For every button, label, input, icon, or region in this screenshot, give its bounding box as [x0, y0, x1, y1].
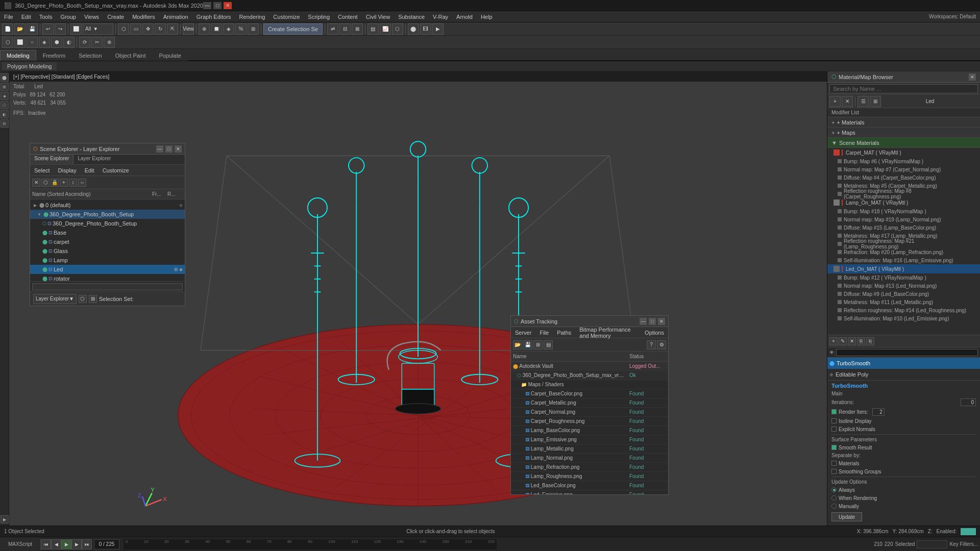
mod-delete[interactable]: ✕: [848, 337, 856, 345]
mat-add[interactable]: +: [829, 96, 841, 107]
mat-led-map2[interactable]: Diffuse: Map #9 (Led_BaseColor.png): [827, 290, 980, 298]
materials-section-header[interactable]: + + Materials: [827, 117, 980, 128]
maxscript-button[interactable]: MAXScript: [0, 537, 41, 551]
render-iters-input[interactable]: [872, 408, 885, 416]
menu-create[interactable]: Create: [103, 13, 128, 21]
smoothing-groups-check[interactable]: [831, 469, 837, 474]
tab-layer-explorer[interactable]: Layer Explorer: [74, 155, 115, 164]
menu-arnold[interactable]: Arnold: [452, 13, 477, 21]
reference-coord-button[interactable]: View: [183, 23, 194, 35]
render-button[interactable]: ▶: [432, 23, 444, 35]
menu-animation[interactable]: Animation: [159, 13, 192, 21]
menu-modifiers[interactable]: Modifiers: [128, 13, 159, 21]
mat-search-input[interactable]: [829, 84, 978, 93]
asset-row-2[interactable]: 🖼 Carpet_Normal.png Found: [511, 408, 668, 417]
tree-item-led[interactable]: ⬤ ⊡ Led ⊞ ◈: [30, 265, 185, 274]
asset-list[interactable]: ⬤ Autodesk Vault Logged Out... ⬡ 360_Deg…: [511, 362, 668, 494]
se-footer-btn1[interactable]: ⬡: [79, 295, 87, 303]
mat-lamp-map2[interactable]: Diffuse: Map #15 (Lamp_BaseColor.png): [827, 223, 980, 232]
asset-row-0[interactable]: 🖼 Carpet_BaseColor.png Found: [511, 389, 668, 398]
scene-materials-header[interactable]: ▼ Scene Materials: [827, 138, 980, 148]
sub-tab-polygon-modeling[interactable]: Polygon Modeling: [2, 62, 57, 70]
menu-substance[interactable]: Substance: [394, 13, 429, 21]
mat-close[interactable]: ✕: [969, 73, 976, 81]
select-object-button[interactable]: ⬡: [118, 23, 129, 35]
move-button[interactable]: ✥: [142, 23, 154, 35]
materials-check[interactable]: [831, 461, 837, 466]
asset-row-maps[interactable]: 📁 Maps / Shaders: [511, 380, 668, 389]
tab-object-paint[interactable]: Object Paint: [109, 50, 153, 61]
play-button[interactable]: ▶: [61, 539, 71, 549]
menu-tools[interactable]: Tools: [35, 13, 57, 21]
poly-model-btn9[interactable]: ⊕: [104, 37, 115, 48]
se-menu-select[interactable]: Select: [30, 166, 54, 174]
smooth-result-check[interactable]: [831, 445, 837, 450]
menu-scripting[interactable]: Scripting: [304, 13, 334, 21]
mat-carpet[interactable]: Carpet_MAT ( VRayMtl ): [827, 148, 980, 157]
poly-model-btn8[interactable]: ✂: [91, 37, 103, 48]
mat-led-map0[interactable]: Bump: Map #12 ( VRayNormalMap ): [827, 273, 980, 282]
menu-views[interactable]: Views: [80, 13, 103, 21]
mat-carpet-map1[interactable]: Normal map: Map #7 (Carpet_Normal.png): [827, 165, 980, 173]
key-filters[interactable]: Key Filters...: [949, 541, 978, 547]
mat-led[interactable]: Led_On_MAT ( VRayMtl ): [827, 264, 980, 273]
curve-editor-button[interactable]: 📈: [380, 23, 391, 35]
mat-browser-content[interactable]: + + Materials + + Maps ▼ Scene Materials…: [827, 117, 980, 335]
asset-row-1[interactable]: 🖼 Carpet_Metallic.png Found: [511, 398, 668, 408]
poly-model-btn2[interactable]: ⬜: [14, 37, 26, 48]
menu-group[interactable]: Group: [56, 13, 80, 21]
scale-button[interactable]: ⇱: [167, 23, 178, 35]
mat-lamp-map1[interactable]: Normal map: Map #19 (Lamp_Normal.png): [827, 215, 980, 223]
scene-explorer-minimize[interactable]: —: [156, 145, 163, 153]
mat-led-map3[interactable]: Metalness: Map #11 (Led_Metallic.png): [827, 298, 980, 306]
left-btn-3[interactable]: ◈: [1, 92, 9, 100]
se-search-input[interactable]: [32, 283, 183, 290]
asset-settings[interactable]: ⚙: [657, 340, 666, 349]
se-btn-4[interactable]: +: [60, 179, 68, 187]
maps-section-header[interactable]: + + Maps: [827, 128, 980, 138]
save-button[interactable]: 💾: [27, 23, 38, 35]
left-btn-5[interactable]: ◐: [1, 110, 9, 118]
left-btn-play[interactable]: ▶: [1, 515, 9, 523]
tree-item-360booth-child[interactable]: ⬡ ⊡ 360_Degree_Photo_Booth_Setup: [30, 219, 185, 228]
asset-btn2[interactable]: 💾: [523, 340, 532, 349]
select-filter-dropdown[interactable]: All ▼: [83, 23, 113, 35]
asset-row-11[interactable]: 🖼 Led_Emissive.png Found: [511, 490, 668, 494]
asset-btn1[interactable]: 📂: [513, 340, 522, 349]
asset-row-4[interactable]: 🖼 Lamp_BaseColor.png Found: [511, 426, 668, 435]
mat-carpet-map0[interactable]: Bump: Map #6 ( VRayNormalMap ): [827, 157, 980, 165]
menu-customize[interactable]: Customize: [269, 13, 304, 21]
mat-led-map1[interactable]: Normal map: Map #13 (Led_Normal.png): [827, 282, 980, 290]
layer-manager-button[interactable]: ▤: [368, 23, 379, 35]
create-selection-button[interactable]: Create Selection Se: [263, 23, 323, 35]
modifier-turbosmooth[interactable]: ⬤ TurboSmooth: [827, 358, 980, 369]
tree-item-rotator[interactable]: ⬤ ⊡ rotator: [30, 274, 185, 281]
angle-snap-button[interactable]: ◈: [223, 23, 234, 35]
tree-item-360booth-parent[interactable]: ⬤ 360_Degree_Photo_Booth_Setup: [30, 210, 185, 219]
asset-row-9[interactable]: 🖼 Lamp_Roughness.png Found: [511, 472, 668, 481]
maximize-button[interactable]: □: [213, 2, 222, 9]
tab-populate[interactable]: Populate: [152, 50, 187, 61]
mat-view-thumb[interactable]: ⊞: [870, 96, 881, 107]
scene-explorer-maximize[interactable]: □: [165, 145, 173, 153]
mod-edit[interactable]: ✎: [839, 337, 847, 345]
close-button[interactable]: ✕: [224, 2, 232, 9]
se-btn-2[interactable]: ⬡: [41, 179, 50, 187]
mat-lamp-map6[interactable]: Self-illumination: Map #16 (Lamp_Emissiv…: [827, 256, 980, 264]
tab-freeform[interactable]: Freeform: [36, 50, 72, 61]
render-setup-button[interactable]: 🎞: [420, 23, 431, 35]
asset-row-file[interactable]: ⬡ 360_Degree_Photo_Booth_Setup_max_vray.…: [511, 371, 668, 380]
asset-menu-server[interactable]: Server: [511, 329, 535, 337]
se-btn-1[interactable]: ✕: [32, 179, 40, 187]
mat-carpet-map2[interactable]: Diffuse: Map #4 (Carpet_BaseColor.png): [827, 173, 980, 182]
menu-rendering[interactable]: Rendering: [235, 13, 270, 21]
se-menu-edit[interactable]: Edit: [81, 166, 99, 174]
tab-modeling[interactable]: Modeling: [0, 50, 36, 61]
scene-explorer-tree[interactable]: ⬤ 0 (default) ◈ ⬤ 360_Degree_Photo_Booth…: [30, 199, 185, 281]
menu-civil-view[interactable]: Civil View: [362, 13, 394, 21]
select-region-button[interactable]: ▭: [130, 23, 141, 35]
tab-scene-explorer[interactable]: Scene Explorer: [30, 155, 74, 164]
schematic-view-button[interactable]: ⬡: [392, 23, 403, 35]
viewport[interactable]: [+] [Perspective] [Standard] [Edged Face…: [9, 71, 827, 525]
menu-edit[interactable]: Edit: [17, 13, 35, 21]
